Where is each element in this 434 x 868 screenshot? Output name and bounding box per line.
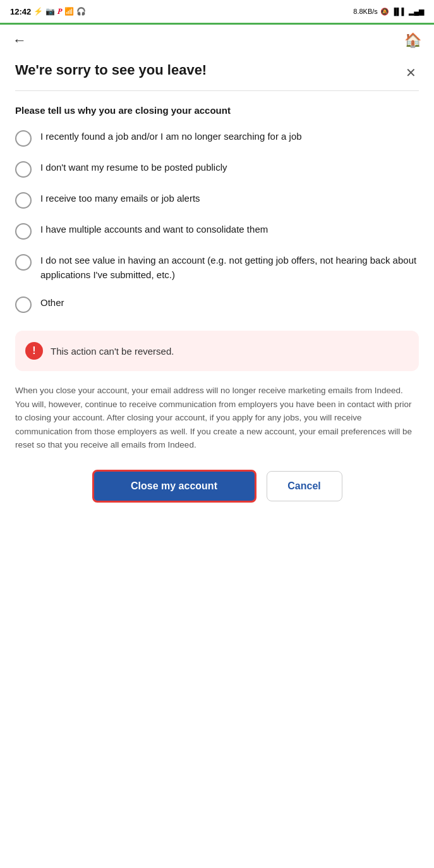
radio-label-2: I don't want my resume to be posted publ… [40,161,419,175]
radio-option-6[interactable]: Other [15,296,419,313]
radio-circle-1[interactable] [15,130,32,147]
warning-icon: ! [25,342,43,360]
radio-label-6: Other [40,296,419,310]
radio-option-4[interactable]: I have multiple accounts and want to con… [15,223,419,240]
radio-option-2[interactable]: I don't want my resume to be posted publ… [15,161,419,178]
warning-text: This action can't be reversed. [51,346,174,357]
section-label: Please tell us why you are closing your … [15,104,419,117]
main-content: We're sorry to see you leave! ✕ Please t… [0,56,434,518]
headphone-icon: 🎧 [76,7,86,16]
page-header: We're sorry to see you leave! ✕ [15,56,419,83]
back-button[interactable]: ← [13,32,27,49]
warning-box: ! This action can't be reversed. [15,331,419,371]
cancel-button[interactable]: Cancel [267,471,342,501]
mute-icon: 🔕 [380,8,389,16]
wifi-icon-2: 📶 [64,7,74,16]
radio-label-3: I receive too many emails or job alerts [40,192,419,206]
camera-icon: 📷 [45,7,55,16]
radio-label-4: I have multiple accounts and want to con… [40,223,419,237]
radio-circle-5[interactable] [15,254,32,271]
radio-circle-6[interactable] [15,296,32,313]
pinterest-icon: 𝑃 [57,7,62,16]
page-title: We're sorry to see you leave! [15,61,403,80]
radio-circle-4[interactable] [15,223,32,240]
home-button[interactable]: 🏠 [404,32,421,49]
signal-icon: ▐▌▌ [392,8,406,15]
close-account-button[interactable]: Close my account [92,470,256,503]
radio-label-5: I do not see value in having an account … [40,254,419,282]
radio-group: I recently found a job and/or I am no lo… [15,130,419,313]
status-bar: 12:42 ⚡ 📷 𝑃 📶 🎧 8.8KB/s 🔕 ▐▌▌ ▂▄▆ [0,0,434,23]
radio-option-5[interactable]: I do not see value in having an account … [15,254,419,282]
button-row: Close my account Cancel [15,470,419,503]
radio-circle-3[interactable] [15,192,32,209]
radio-circle-2[interactable] [15,161,32,178]
bolt-icon: ⚡ [33,7,43,16]
close-button[interactable]: ✕ [403,63,419,83]
wifi-icon: ▂▄▆ [409,8,424,16]
description-text: When you close your account, your email … [15,384,419,452]
nav-bar: ← 🏠 [0,25,434,56]
radio-option-1[interactable]: I recently found a job and/or I am no lo… [15,130,419,147]
radio-label-1: I recently found a job and/or I am no lo… [40,130,419,144]
status-time: 12:42 ⚡ 📷 𝑃 📶 🎧 [10,7,86,16]
radio-option-3[interactable]: I receive too many emails or job alerts [15,192,419,209]
divider [15,90,419,91]
status-right: 8.8KB/s 🔕 ▐▌▌ ▂▄▆ [353,8,424,16]
